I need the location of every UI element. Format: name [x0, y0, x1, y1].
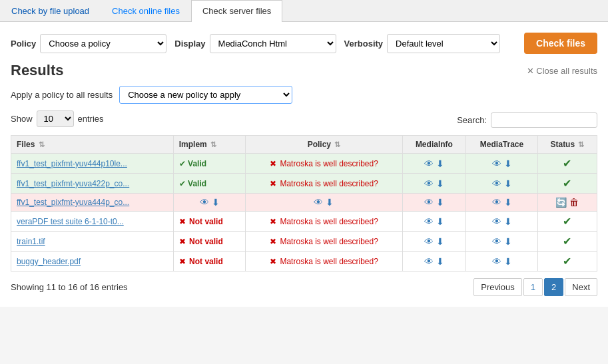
cell-mediainfo: 👁⬇ [402, 212, 466, 232]
policy-group: Policy Choose a policy [11, 34, 166, 53]
col-mediatrace[interactable]: MediaTrace [466, 136, 538, 154]
table-row: ffv1_test_pixfmt-yuv444p10le...✔ Valid✖ … [11, 154, 597, 174]
download-icon[interactable]: ⬇ [504, 197, 512, 208]
status-ok-icon: ✔ [563, 236, 571, 247]
invalid-label: Not valid [189, 257, 223, 266]
policy-select[interactable]: Choose a policy [40, 34, 166, 53]
cell-mediainfo: 👁⬇ [402, 232, 466, 252]
check-files-button[interactable]: Check files [524, 33, 597, 54]
search-label: Search: [457, 115, 487, 125]
eye-icon[interactable]: 👁 [492, 256, 501, 267]
cell-policy: 👁⬇ [246, 194, 402, 212]
eye-icon[interactable]: 👁 [492, 178, 501, 189]
valid-check-icon: ✔ [179, 159, 186, 168]
eye-icon[interactable]: 👁 [200, 197, 209, 208]
col-implem[interactable]: Implem ⇅ [173, 136, 246, 154]
tab-upload[interactable]: Check by file upload [0, 0, 101, 21]
invalid-label: Not valid [189, 237, 223, 246]
file-link[interactable]: veraPDF test suite 6-1-10-t0... [17, 217, 124, 226]
policy-fail-icon: ✖ [270, 257, 276, 266]
cell-status: ✔ [537, 252, 597, 272]
apply-policy-select[interactable]: Choose a new policy to apply [119, 86, 292, 104]
policy-fail-icon: ✖ [270, 217, 276, 226]
eye-icon[interactable]: 👁 [424, 216, 434, 227]
verbosity-group: Verbosity Default level [344, 34, 501, 53]
download-icon[interactable]: ⬇ [504, 236, 512, 247]
cell-mediainfo: 👁⬇ [402, 194, 466, 212]
bottom-row: Showing 11 to 16 of 16 entries Previous … [11, 278, 597, 296]
refresh-icon[interactable]: 🔄 [555, 197, 567, 208]
download-icon[interactable]: ⬇ [436, 158, 444, 169]
entries-select[interactable]: 10 25 50 100 [37, 110, 74, 127]
search-input[interactable] [491, 112, 597, 128]
status-ok-icon: ✔ [563, 256, 571, 267]
cell-policy: ✖ Matroska is well described? [246, 252, 402, 272]
trash-icon[interactable]: 🗑 [569, 197, 579, 208]
cell-status: 🔄🗑 [537, 194, 597, 212]
cell-mediatrace: 👁⬇ [466, 252, 538, 272]
tab-server[interactable]: Check server files [191, 0, 282, 22]
next-button[interactable]: Next [565, 278, 597, 296]
download-icon[interactable]: ⬇ [504, 216, 512, 227]
file-link[interactable]: buggy_header.pdf [17, 257, 81, 266]
policy-label: Matroska is well described? [280, 217, 378, 226]
cell-mediainfo: 👁⬇ [402, 174, 466, 194]
cell-implem: ✔ Valid [173, 174, 246, 194]
download-icon[interactable]: ⬇ [436, 197, 444, 208]
file-link[interactable]: train1.tif [17, 237, 45, 246]
verbosity-select[interactable]: Default level [387, 34, 500, 53]
eye-icon[interactable]: 👁 [424, 178, 434, 189]
status-ok-icon: ✔ [563, 158, 571, 169]
policy-label: Matroska is well described? [280, 237, 378, 246]
eye-icon[interactable]: 👁 [492, 216, 501, 227]
download-icon[interactable]: ⬇ [436, 256, 444, 267]
download-icon[interactable]: ⬇ [504, 256, 512, 267]
eye-icon[interactable]: 👁 [424, 158, 434, 169]
download-icon[interactable]: ⬇ [436, 178, 444, 189]
invalid-cross-icon: ✖ [179, 237, 186, 246]
policy-label: Matroska is well described? [280, 159, 378, 168]
col-policy[interactable]: Policy ⇅ [246, 136, 402, 154]
main-content: Policy Choose a policy Display MediaConc… [0, 22, 608, 307]
download-icon[interactable]: ⬇ [504, 158, 512, 169]
download-icon[interactable]: ⬇ [212, 197, 220, 208]
cell-file: veraPDF test suite 6-1-10-t0... [11, 212, 174, 232]
table-controls: Show 10 25 50 100 entries Search: [11, 110, 597, 132]
download-icon[interactable]: ⬇ [436, 216, 444, 227]
eye-icon[interactable]: 👁 [424, 197, 434, 208]
tab-online[interactable]: Check online files [101, 0, 191, 21]
cell-implem: 👁⬇ [173, 194, 246, 212]
file-link[interactable]: ffv1_test_pixfmt-yuva444p_co... [17, 198, 129, 207]
col-mediainfo[interactable]: MediaInfo [402, 136, 466, 154]
eye-icon[interactable]: 👁 [424, 256, 434, 267]
file-link[interactable]: ffv1_test_pixfmt-yuv444p10le... [17, 159, 127, 168]
sort-status-icon: ⇅ [578, 140, 584, 148]
file-link[interactable]: ffv1_test_pixfmt-yuva422p_co... [17, 179, 129, 188]
results-title: Results [11, 62, 63, 79]
col-status[interactable]: Status ⇅ [537, 136, 597, 154]
download-icon[interactable]: ⬇ [436, 236, 444, 247]
download-icon[interactable]: ⬇ [326, 197, 334, 208]
table-row: train1.tif✖ Not valid✖ Matroska is well … [11, 232, 597, 252]
cell-mediatrace: 👁⬇ [466, 232, 538, 252]
search-row: Search: [457, 112, 597, 128]
display-select[interactable]: MediaConch Html [210, 34, 336, 53]
page-2-button[interactable]: 2 [544, 278, 563, 296]
eye-icon[interactable]: 👁 [424, 236, 434, 247]
policy-label: Policy [11, 39, 36, 49]
eye-icon[interactable]: 👁 [492, 236, 501, 247]
eye-icon[interactable]: 👁 [314, 197, 323, 208]
col-files[interactable]: Files ⇅ [11, 136, 174, 154]
download-icon[interactable]: ⬇ [504, 178, 512, 189]
table-header-row: Files ⇅ Implem ⇅ Policy ⇅ MediaInfo Medi… [11, 136, 597, 154]
close-all-button[interactable]: ✕ Close all results [527, 66, 597, 76]
cell-implem: ✖ Not valid [173, 252, 246, 272]
eye-icon[interactable]: 👁 [492, 158, 501, 169]
policy-label: Matroska is well described? [280, 179, 378, 188]
cell-file: ffv1_test_pixfmt-yuva444p_co... [11, 194, 174, 212]
prev-button[interactable]: Previous [473, 278, 522, 296]
sort-files-icon: ⇅ [39, 140, 45, 148]
table-row: ffv1_test_pixfmt-yuva422p_co...✔ Valid✖ … [11, 174, 597, 194]
eye-icon[interactable]: 👁 [492, 197, 501, 208]
page-1-button[interactable]: 1 [523, 278, 543, 296]
